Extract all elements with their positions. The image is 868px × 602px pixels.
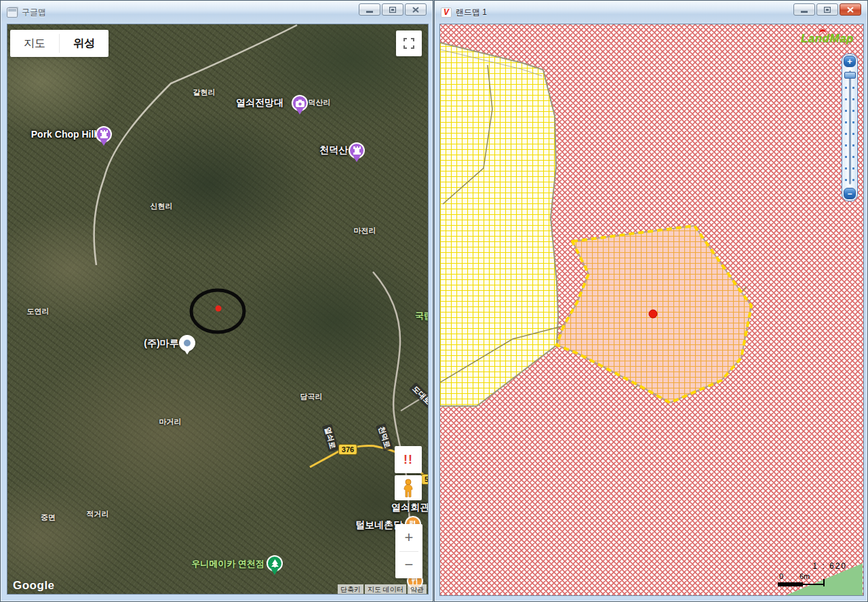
map-attribution: 단축키 지도 데이터 약관 xyxy=(338,584,427,594)
road-gray-branch xyxy=(401,390,428,411)
maximize-button[interactable] xyxy=(816,3,838,16)
scale-distance: 6m xyxy=(800,572,810,580)
tower-marker[interactable] xyxy=(96,126,112,142)
close-button[interactable] xyxy=(405,3,427,16)
pegman-icon xyxy=(401,479,415,498)
map-type-satellite[interactable]: 위성 xyxy=(60,30,108,57)
minimize-button[interactable] xyxy=(793,3,815,16)
shop-marker[interactable] xyxy=(179,335,195,351)
shortcuts-link[interactable]: 단축키 xyxy=(338,584,363,594)
fullscreen-icon xyxy=(403,38,414,49)
zoom-in-button[interactable]: + xyxy=(395,524,422,551)
zoom-slider[interactable]: + − xyxy=(842,54,858,201)
slider-handle[interactable] xyxy=(844,72,856,79)
slider-zoom-in-button[interactable]: + xyxy=(844,56,856,67)
zoom-out-button[interactable]: − xyxy=(395,552,422,579)
window-title: 랜드맵 1 xyxy=(456,7,487,18)
yellow-grid-zone xyxy=(440,43,558,406)
tree-marker[interactable] xyxy=(267,555,283,571)
zoom-control: + − xyxy=(395,524,422,578)
parcel-center-dot xyxy=(649,310,657,318)
google-map-window: 구글맵 지도 위성 갈현리열쇠전망대덕산리Pork Chop Hill천덕산신현… xyxy=(0,0,433,602)
road-badge: 5 xyxy=(421,474,428,485)
map-scale: 1 : 620 0 6m xyxy=(775,561,850,594)
left-titlebar[interactable]: 구글맵 xyxy=(1,1,432,23)
right-titlebar[interactable]: V 랜드맵 1 xyxy=(435,1,867,23)
landmap-logo: LandMap xyxy=(801,32,854,45)
fullscreen-button[interactable] xyxy=(396,31,422,56)
minimize-button[interactable] xyxy=(359,3,380,16)
road-white xyxy=(94,25,297,265)
slider-track[interactable] xyxy=(849,71,851,184)
scale-bar xyxy=(778,582,803,586)
cadastral-layers xyxy=(440,24,863,595)
street-view-alert-button[interactable]: !! xyxy=(395,446,422,473)
camera-marker[interactable] xyxy=(292,95,308,111)
slider-zoom-out-button[interactable]: − xyxy=(844,188,856,199)
pegman-button[interactable] xyxy=(395,475,422,500)
scale-ratio: 1 : 620 xyxy=(812,561,847,571)
landmap-app-icon: V xyxy=(441,7,452,18)
tower-marker[interactable] xyxy=(349,142,365,159)
map-type-map[interactable]: 지도 xyxy=(10,30,59,57)
landmap-window: V 랜드맵 1 LandMap + − 1 : 620 0 6m xyxy=(434,0,868,602)
satellite-map[interactable]: 지도 위성 갈현리열쇠전망대덕산리Pork Chop Hill천덕산신현리마전리… xyxy=(7,24,428,594)
road-badge: 376 xyxy=(338,444,357,455)
scale-zero: 0 xyxy=(779,572,783,580)
terms-link[interactable]: 약관 xyxy=(408,584,427,594)
close-button[interactable] xyxy=(840,3,861,16)
map-roads-overlay xyxy=(7,24,428,594)
target-dot xyxy=(216,306,222,312)
maximize-button[interactable] xyxy=(382,3,403,16)
google-logo[interactable]: Google xyxy=(13,579,55,593)
map-type-control: 지도 위성 xyxy=(10,30,108,57)
window-title: 구글맵 xyxy=(22,7,46,18)
map-data-link[interactable]: 지도 데이터 xyxy=(365,584,406,594)
window-icon xyxy=(7,7,18,18)
cadastral-map[interactable]: LandMap + − 1 : 620 0 6m xyxy=(440,24,863,595)
